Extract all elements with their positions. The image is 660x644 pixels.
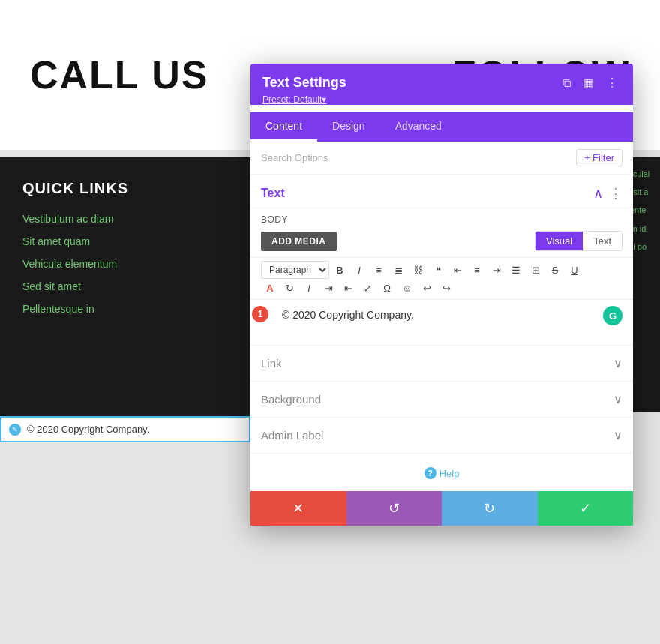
modal-header: Text Settings ⧉ ▦ ⋮ Preset: Default▾ <box>250 64 633 105</box>
edit-icon <box>9 424 21 436</box>
quick-links-title: QUICK LINKS <box>22 180 228 197</box>
help-label: Help <box>440 468 460 479</box>
copyright-text: © 2020 Copyright Company. <box>27 424 149 435</box>
modal-title-row: Text Settings ⧉ ▦ ⋮ <box>262 74 621 91</box>
italic-button[interactable]: I <box>350 262 368 278</box>
section-more-button[interactable]: ⋮ <box>609 185 622 202</box>
step-badge: 1 <box>252 306 268 322</box>
footer-left: QUICK LINKS Vestibulum ac diam Sit amet … <box>0 157 250 442</box>
tab-content[interactable]: Content <box>250 112 317 142</box>
help-icon: ? <box>424 467 436 479</box>
justify-button[interactable]: ☰ <box>507 262 525 278</box>
modal-body: Text ∧ ⋮ Body ADD MEDIA Visual Text Para… <box>250 175 633 491</box>
visual-toggle[interactable]: Visual <box>536 232 583 250</box>
format-button[interactable]: ↻ <box>280 280 298 296</box>
link-button[interactable]: ⛓ <box>409 262 428 278</box>
modal-header-icons: ⧉ ▦ ⋮ <box>560 74 621 91</box>
editor-toolbar: Paragraph Heading 1 Heading 2 B I ≡ ≣ ⛓ … <box>250 257 633 300</box>
italic2-button[interactable]: I <box>300 280 318 296</box>
undo-editor-button[interactable]: ↩ <box>418 280 436 296</box>
redo-editor-button[interactable]: ↪ <box>437 280 455 296</box>
copy-icon[interactable]: ⧉ <box>560 75 574 91</box>
call-us-heading: CALL US <box>30 52 208 97</box>
align-center-button[interactable]: ≡ <box>468 262 486 278</box>
link-section[interactable]: Link ∨ <box>250 345 633 381</box>
toolbar-row-2: A ↻ I ⇥ ⇤ ⤢ Ω ☺ ↩ ↪ <box>261 280 622 296</box>
preset-label[interactable]: Preset: Default▾ <box>262 94 621 105</box>
tab-design[interactable]: Design <box>317 112 380 142</box>
body-label: Body <box>250 208 633 228</box>
search-placeholder: Search Options <box>261 152 328 163</box>
admin-label-section[interactable]: Admin Label ∨ <box>250 417 633 453</box>
list-item: Vehicula elementum <box>22 257 228 271</box>
toolbar-row-1: Paragraph Heading 1 Heading 2 B I ≡ ≣ ⛓ … <box>261 261 622 279</box>
link-item[interactable]: Pellentesque in <box>22 303 94 315</box>
section-controls: ∧ ⋮ <box>593 185 622 202</box>
underline-button[interactable]: U <box>566 262 584 278</box>
background-section[interactable]: Background ∨ <box>250 381 633 417</box>
text-settings-modal: Text Settings ⧉ ▦ ⋮ Preset: Default▾ Con… <box>250 64 633 526</box>
quick-links-list: Vestibulum ac diam Sit amet quam Vehicul… <box>22 212 228 316</box>
tab-advanced[interactable]: Advanced <box>380 112 457 142</box>
font-color-button[interactable]: A <box>261 280 279 296</box>
align-right-button[interactable]: ⇥ <box>488 262 506 278</box>
add-media-row: ADD MEDIA Visual Text <box>250 228 633 257</box>
layout-icon[interactable]: ▦ <box>580 74 597 91</box>
grammarly-badge: G <box>603 306 622 325</box>
editor-content[interactable]: 1 © 2020 Copyright Company. G <box>250 300 633 345</box>
table-button[interactable]: ⊞ <box>526 262 544 278</box>
indent-button[interactable]: ⇥ <box>320 280 338 296</box>
modal-tabs: Content Design Advanced <box>250 112 633 142</box>
visual-text-toggle: Visual Text <box>535 231 622 251</box>
collapse-button[interactable]: ∧ <box>593 185 603 202</box>
link-arrow-icon: ∨ <box>614 356 622 370</box>
list-item: Vestibulum ac diam <box>22 212 228 226</box>
align-left-button[interactable]: ⇤ <box>448 262 466 278</box>
help-section: ? Help <box>250 453 633 491</box>
text-section-header: Text ∧ ⋮ <box>250 175 633 208</box>
outdent-button[interactable]: ⇤ <box>339 280 357 296</box>
section-title-text: Text <box>261 187 285 200</box>
admin-label-arrow-icon: ∨ <box>614 428 622 442</box>
help-button[interactable]: ? Help <box>424 467 460 479</box>
blockquote-button[interactable]: ❝ <box>429 262 447 278</box>
add-media-button[interactable]: ADD MEDIA <box>261 232 337 251</box>
list-item: Sed sit amet <box>22 280 228 293</box>
modal-title: Text Settings <box>262 75 346 91</box>
editor-text: © 2020 Copyright Company. <box>282 309 622 321</box>
link-item[interactable]: Vehicula elementum <box>22 258 117 270</box>
background-label: Background <box>261 393 321 406</box>
text-toggle[interactable]: Text <box>583 232 622 250</box>
ordered-list-button[interactable]: ≣ <box>389 262 407 278</box>
special-char-button[interactable]: Ω <box>378 280 396 296</box>
more-icon[interactable]: ⋮ <box>603 74 621 91</box>
search-bar: Search Options + Filter <box>250 142 633 175</box>
bold-button[interactable]: B <box>331 262 349 278</box>
strikethrough-button[interactable]: S <box>546 262 564 278</box>
undo-button[interactable]: ↺ <box>346 491 442 526</box>
admin-label-text: Admin Label <box>261 429 323 442</box>
paragraph-select[interactable]: Paragraph Heading 1 Heading 2 <box>261 261 329 279</box>
link-item[interactable]: Sit amet quam <box>22 235 90 247</box>
cancel-button[interactable]: ✕ <box>250 491 346 526</box>
link-item[interactable]: Sed sit amet <box>22 280 81 292</box>
link-label: Link <box>261 357 282 370</box>
list-item: Pellentesque in <box>22 302 228 316</box>
unordered-list-button[interactable]: ≡ <box>370 262 388 278</box>
save-button[interactable]: ✓ <box>538 491 634 526</box>
redo-button[interactable]: ↻ <box>442 491 538 526</box>
link-item[interactable]: Vestibulum ac diam <box>22 213 113 225</box>
filter-button[interactable]: + Filter <box>576 149 622 166</box>
fullscreen-button[interactable]: ⤢ <box>358 280 376 296</box>
background-arrow-icon: ∨ <box>614 392 622 406</box>
emoji-button[interactable]: ☺ <box>398 280 416 296</box>
modal-footer: ✕ ↺ ↻ ✓ <box>250 491 633 526</box>
copyright-bar: © 2020 Copyright Company. <box>0 416 250 442</box>
list-item: Sit amet quam <box>22 235 228 248</box>
